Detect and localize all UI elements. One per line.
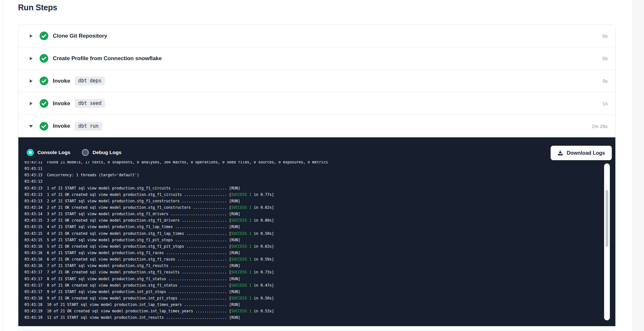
tab-console-logs[interactable]: Console Logs xyxy=(27,149,70,156)
log-status-success: SUCCESS 1 xyxy=(231,309,251,313)
chevron-right-icon[interactable] xyxy=(29,79,33,83)
log-line: 03:43:13 1 of 21 OK created sql view mod… xyxy=(24,191,615,198)
log-status-success: SUCCESS 1 xyxy=(231,231,251,236)
log-line: 03:43:11 Found 21 models, 17 tests, 0 sn… xyxy=(24,161,615,165)
log-line: 03:43:15 5 of 21 START sql view model pr… xyxy=(24,237,615,243)
log-line: 03:43:19 11 of 21 START sql view model p… xyxy=(24,314,615,321)
log-status-success: SUCCESS 1 xyxy=(231,283,251,288)
step-command-badge: dbt deps xyxy=(75,77,105,85)
log-status-success: SUCCESS 1 xyxy=(231,270,251,274)
check-circle-icon xyxy=(40,77,48,85)
log-line: 03:43:16 7 of 21 START sql view model pr… xyxy=(24,262,615,269)
step-row[interactable]: Invokedbt deps0s xyxy=(18,70,615,92)
log-line: 03:43:16 6 of 21 OK created sql view mod… xyxy=(24,256,615,262)
check-circle-icon xyxy=(40,32,48,40)
page-left-border xyxy=(2,0,3,331)
log-line: 03:43:11 xyxy=(24,165,615,172)
step-command-badge: dbt run xyxy=(75,122,102,131)
check-circle-icon xyxy=(40,122,48,131)
step-row[interactable]: Create Profile from Connection snowflake… xyxy=(18,47,615,70)
step-label: Clone Git Repository xyxy=(53,33,107,39)
download-logs-label: Download Logs xyxy=(567,150,605,156)
chevron-right-icon[interactable] xyxy=(29,56,33,61)
step-label: Invoke xyxy=(53,78,70,84)
log-status-success: SUCCESS 1 xyxy=(231,205,251,210)
step-label: Invoke xyxy=(53,100,70,107)
download-logs-button[interactable]: Download Logs xyxy=(551,146,612,160)
run-steps-list: Clone Git Repository0sCreate Profile fro… xyxy=(18,25,615,137)
log-status-success: SUCCESS 1 xyxy=(231,218,251,223)
log-line: 03:43:14 3 of 21 START sql view model pr… xyxy=(24,211,615,217)
log-line: 03:43:19 10 of 21 OK created sql view mo… xyxy=(24,308,615,314)
log-status-success: SUCCESS 1 xyxy=(231,296,251,300)
step-label: Invoke xyxy=(53,123,70,129)
step-duration: 1s xyxy=(602,101,608,106)
page-right-gutter xyxy=(632,0,644,331)
tab-debug-logs[interactable]: Debug Logs xyxy=(82,149,121,156)
step-command-badge: dbt seed xyxy=(75,99,105,108)
log-line: 03:43:13 Concurrency: 1 threads (target=… xyxy=(24,172,615,178)
tab-label: Debug Logs xyxy=(92,150,121,155)
log-line: 03:43:15 4 of 21 START sql view model pr… xyxy=(24,224,615,230)
run-steps-card: Clone Git Repository0sCreate Profile fro… xyxy=(18,24,616,331)
log-output: 03:43:11 Found 21 models, 17 tests, 0 sn… xyxy=(18,161,615,326)
log-status-success: SUCCESS 1 xyxy=(231,244,251,249)
log-line: 03:43:15 4 of 21 OK created sql view mod… xyxy=(24,230,615,237)
log-line: 03:43:13 2 of 21 START sql view model pr… xyxy=(24,198,615,204)
step-label: Create Profile from Connection snowflake xyxy=(53,55,162,62)
step-row[interactable]: Invokedbt run2m 26s xyxy=(18,115,615,137)
log-line: 03:43:17 9 of 21 START sql view model pr… xyxy=(24,289,615,295)
scrollbar-track[interactable] xyxy=(604,163,610,320)
log-line: 03:43:16 5 of 21 OK created sql view mod… xyxy=(24,243,615,250)
log-line: 03:43:14 2 of 21 OK created sql view mod… xyxy=(24,204,615,211)
log-line: 03:43:18 9 of 21 OK created sql view mod… xyxy=(24,295,615,301)
radio-unselected-icon[interactable] xyxy=(82,149,89,156)
tab-label: Console Logs xyxy=(37,150,70,155)
log-line: 03:43:17 8 of 21 START sql view model pr… xyxy=(24,276,615,282)
radio-selected-icon[interactable] xyxy=(27,149,34,156)
step-row[interactable]: Invokedbt seed1s xyxy=(18,92,615,115)
step-row[interactable]: Clone Git Repository0s xyxy=(18,25,615,47)
chevron-right-icon[interactable] xyxy=(29,101,33,106)
console-header: Console LogsDebug Logs Download Logs xyxy=(18,137,615,161)
log-status-success: SUCCESS 1 xyxy=(231,192,251,197)
step-duration: 0s xyxy=(602,56,608,61)
step-duration: 2m 26s xyxy=(592,124,608,129)
scrollbar-thumb[interactable] xyxy=(606,190,608,247)
page-title: Run Steps xyxy=(18,3,57,12)
chevron-right-icon[interactable] xyxy=(29,34,33,38)
check-circle-icon xyxy=(40,99,48,108)
log-line: 03:43:13 xyxy=(24,178,615,185)
log-line: 03:43:13 1 of 21 START sql view model pr… xyxy=(24,185,615,191)
download-icon xyxy=(557,150,563,156)
step-duration: 0s xyxy=(602,33,608,39)
log-line: 03:43:18 10 of 21 START sql view model p… xyxy=(24,301,615,308)
log-line: 03:43:16 6 of 21 START sql view model pr… xyxy=(24,250,615,256)
step-duration: 0s xyxy=(602,78,608,84)
console-panel: Console LogsDebug Logs Download Logs 03:… xyxy=(18,137,615,326)
log-tabs: Console LogsDebug Logs xyxy=(27,149,121,156)
log-line: 03:43:17 8 of 21 OK created sql view mod… xyxy=(24,282,615,289)
log-line: 03:43:17 7 of 21 OK created sql view mod… xyxy=(24,269,615,275)
log-line: 03:43:15 3 of 21 OK created sql view mod… xyxy=(24,217,615,224)
chevron-down-icon[interactable] xyxy=(29,124,33,128)
check-circle-icon xyxy=(40,54,48,63)
log-status-success: SUCCESS 1 xyxy=(231,257,251,262)
